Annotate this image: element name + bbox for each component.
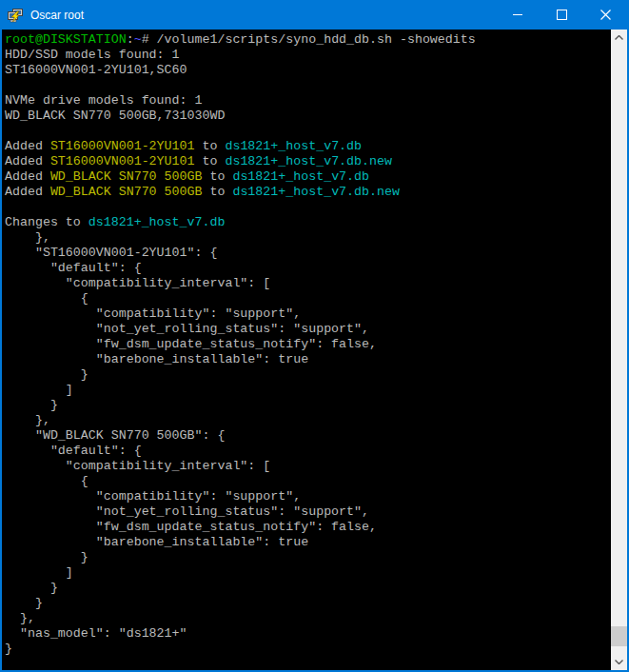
terminal-line: { xyxy=(5,291,611,306)
terminal-line xyxy=(5,124,611,139)
minimize-icon xyxy=(513,14,522,15)
maximize-icon xyxy=(557,10,567,20)
terminal-line: "fw_dsm_update_status_notify": false, xyxy=(5,337,611,352)
terminal-line: } xyxy=(5,550,611,565)
scroll-up-button[interactable] xyxy=(611,30,627,46)
scrollbar-thumb[interactable] xyxy=(611,626,627,646)
terminal-line: ] xyxy=(5,565,611,581)
terminal-line: root@DISKSTATION:~# /volume1/scripts/syn… xyxy=(5,32,611,48)
terminal-line: ] xyxy=(5,383,611,398)
terminal-line: } xyxy=(5,642,611,657)
terminal-line: Added WD_BLACK SN770 500GB to ds1821+_ho… xyxy=(5,169,611,185)
terminal-line: Added ST16000VN001-2YU101 to ds1821+_hos… xyxy=(5,139,611,154)
scrollbar[interactable] xyxy=(611,30,627,670)
scroll-down-button[interactable] xyxy=(611,654,627,670)
minimize-button[interactable] xyxy=(496,0,540,30)
putty-app-icon[interactable] xyxy=(8,8,23,23)
terminal-line: "nas_model": "ds1821+" xyxy=(5,626,611,642)
terminal-line: "barebone_installable": true xyxy=(5,352,611,367)
terminal-line: Added ST16000VN001-2YU101 to ds1821+_hos… xyxy=(5,154,611,169)
terminal-line: } xyxy=(5,596,611,611)
window-title: Oscar root xyxy=(30,9,84,22)
terminal-line: "fw_dsm_update_status_notify": false, xyxy=(5,520,611,535)
caption-buttons xyxy=(496,0,627,30)
terminal-line: "not_yet_rolling_status": "support", xyxy=(5,322,611,337)
chevron-up-icon xyxy=(615,35,623,40)
terminal-line: }, xyxy=(5,230,611,246)
terminal-line: "compatibility": "support", xyxy=(5,306,611,322)
terminal-line: }, xyxy=(5,413,611,428)
terminal-line: "default": { xyxy=(5,444,611,459)
chevron-down-icon xyxy=(615,660,623,664)
terminal-line: "barebone_installable": true xyxy=(5,535,611,550)
terminal-line: }, xyxy=(5,611,611,626)
terminal-line: } xyxy=(5,367,611,383)
titlebar[interactable]: Oscar root xyxy=(2,0,627,30)
terminal-body: root@DISKSTATION:~# /volume1/scripts/syn… xyxy=(2,30,627,670)
terminal-line: WD_BLACK SN770 500GB,731030WD xyxy=(5,109,611,124)
terminal-line: "WD_BLACK SN770 500GB": { xyxy=(5,428,611,444)
terminal-line: "compatibility_interval": [ xyxy=(5,459,611,474)
maximize-button[interactable] xyxy=(540,0,583,30)
terminal-line: Changes to ds1821+_host_v7.db xyxy=(5,215,611,230)
terminal-line: HDD/SSD models found: 1 xyxy=(5,48,611,63)
terminal-line xyxy=(5,78,611,93)
putty-terminal-icon xyxy=(8,8,23,23)
terminal-line: Added WD_BLACK SN770 500GB to ds1821+_ho… xyxy=(5,185,611,200)
terminal-output[interactable]: root@DISKSTATION:~# /volume1/scripts/syn… xyxy=(2,30,611,670)
terminal-line: } xyxy=(5,398,611,413)
terminal-line xyxy=(5,200,611,215)
terminal-line: "default": { xyxy=(5,261,611,276)
close-button[interactable] xyxy=(583,0,627,30)
terminal-line: { xyxy=(5,474,611,489)
terminal-line: ST16000VN001-2YU101,SC60 xyxy=(5,63,611,78)
terminal-line: } xyxy=(5,581,611,596)
terminal-line: NVMe drive models found: 1 xyxy=(5,93,611,109)
close-icon xyxy=(600,10,611,20)
terminal-window: Oscar root root@DISKSTATION:~# /volume1/… xyxy=(0,0,629,672)
terminal-line: "ST16000VN001-2YU101": { xyxy=(5,246,611,261)
terminal-line: "compatibility_interval": [ xyxy=(5,276,611,291)
terminal-line: "not_yet_rolling_status": "support", xyxy=(5,504,611,520)
terminal-line: "compatibility": "support", xyxy=(5,489,611,504)
